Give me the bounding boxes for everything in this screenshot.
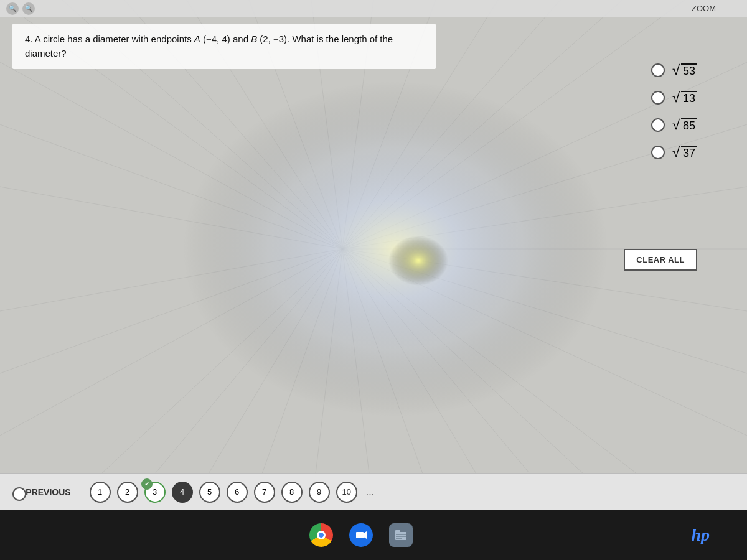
files-taskbar-icon[interactable]	[387, 521, 415, 549]
question-panel: 4. A circle has a diameter with endpoint…	[12, 24, 436, 69]
search-icon-1[interactable]: 🔍	[6, 2, 19, 15]
answer-label-1: √53	[672, 62, 697, 78]
answer-panel: √53 √13 √85 √37	[651, 62, 697, 161]
page-2-button[interactable]: 2	[117, 482, 138, 503]
taskbar: hp	[0, 510, 747, 560]
navigation-bar: ‹ PREVIOUS 1 2 ✓ 3 4 5 6 7 8 9 10 ...	[0, 473, 747, 510]
radio-4[interactable]	[651, 146, 665, 159]
previous-label: PREVIOUS	[26, 487, 70, 497]
search-icon-2[interactable]: 🔍	[22, 2, 35, 15]
previous-button[interactable]: ‹ PREVIOUS	[19, 487, 71, 498]
question-body: A circle has a diameter with endpoints A…	[25, 34, 393, 58]
files-icon	[389, 523, 413, 547]
bottom-left-circle	[12, 487, 26, 501]
search-icons: 🔍 🔍	[6, 2, 35, 15]
clear-all-button[interactable]: CLEAR ALL	[624, 249, 697, 271]
page-3-container: ✓ 3	[144, 482, 166, 503]
page-8-button[interactable]: 8	[281, 482, 303, 503]
svg-rect-43	[396, 534, 406, 535]
taskbar-icons: hp	[0, 521, 747, 549]
page-10-container: 10	[336, 482, 357, 503]
answer-choice-3[interactable]: √85	[651, 117, 697, 133]
page-1-button[interactable]: 1	[90, 482, 111, 503]
answer-choice-1[interactable]: √53	[651, 62, 697, 78]
radio-1[interactable]	[651, 63, 665, 77]
answer-label-4: √37	[672, 144, 697, 161]
answer-choice-2[interactable]: √13	[651, 90, 697, 106]
page-9-button[interactable]: 9	[309, 482, 330, 503]
page-5-button[interactable]: 5	[199, 482, 220, 503]
top-bar: 🔍 🔍 ZOOM	[0, 0, 747, 17]
answer-choice-4[interactable]: √37	[651, 144, 697, 161]
question-number: 4.	[25, 34, 33, 44]
question-text: 4. A circle has a diameter with endpoint…	[25, 32, 423, 60]
zoom-taskbar-icon[interactable]	[347, 521, 375, 549]
chrome-inner	[317, 531, 326, 539]
page-6-button[interactable]: 6	[227, 482, 248, 503]
page-4-button[interactable]: 4	[172, 482, 193, 503]
hp-logo: hp	[691, 525, 710, 545]
svg-rect-44	[396, 536, 406, 537]
page-ellipsis: ...	[366, 487, 374, 498]
svg-rect-39	[356, 532, 364, 538]
svg-marker-40	[364, 531, 367, 539]
page-7-button[interactable]: 7	[254, 482, 275, 503]
chrome-taskbar-icon[interactable]	[308, 521, 335, 549]
zoom-icon	[349, 523, 373, 547]
page-10-button[interactable]: 10	[336, 482, 357, 503]
radio-2[interactable]	[651, 91, 665, 105]
check-icon-3: ✓	[141, 478, 153, 490]
radio-3[interactable]	[651, 118, 665, 132]
svg-point-38	[336, 196, 486, 320]
svg-rect-45	[396, 538, 402, 539]
svg-rect-42	[395, 530, 400, 533]
answer-label-2: √13	[672, 90, 697, 106]
chrome-icon	[309, 523, 333, 547]
zoom-label: ZOOM	[692, 4, 716, 13]
answer-label-3: √85	[672, 117, 697, 133]
